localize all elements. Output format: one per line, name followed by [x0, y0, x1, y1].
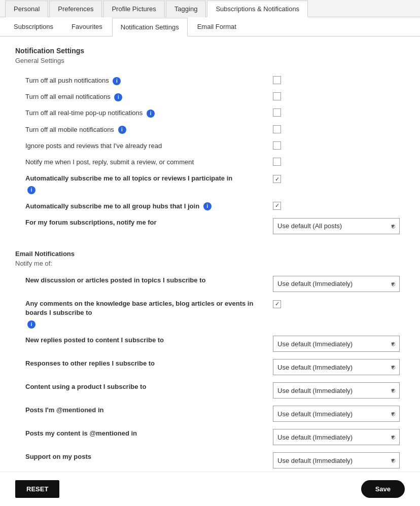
select-support-posts[interactable]: Use default (Immediately) Immediately Da…	[273, 452, 400, 468]
row-mobile: Turn off all mobile notifications i	[15, 122, 405, 138]
select-posts-mentioned[interactable]: Use default (Immediately) Immediately Da…	[273, 406, 400, 422]
select-new-replies[interactable]: Use default (Immediately) Immediately Da…	[273, 336, 400, 352]
sub-tab-favourites[interactable]: Favourites	[63, 17, 111, 36]
label-responses: Responses to other replies I subscribe t…	[25, 359, 155, 367]
select-wrapper-new-discussions: Use default (Immediately) Immediately Da…	[273, 276, 400, 292]
row-ignore: Ignore posts and reviews that I've alrea…	[15, 138, 405, 154]
sub-tab-email-format[interactable]: Email Format	[189, 17, 245, 36]
select-wrapper-content-product: Use default (Immediately) Immediately Da…	[273, 382, 400, 399]
row-comments-knowledge: Any comments on the knowledge base artic…	[15, 296, 405, 333]
label-new-replies: New replies posted to content I subscrib…	[25, 336, 164, 344]
tab-preferences[interactable]: Preferences	[49, 1, 102, 17]
tab-profile-pictures[interactable]: Profile Pictures	[103, 1, 164, 17]
row-new-discussions: New discussion or articles posted in top…	[15, 272, 405, 296]
info-icon-mobile[interactable]: i	[118, 126, 126, 134]
row-push: Turn off all push notifications i	[15, 73, 405, 89]
checkbox-comments-knowledge[interactable]	[273, 300, 281, 308]
select-wrapper-responses: Use default (Immediately) Immediately Da…	[273, 359, 400, 375]
row-email: Turn off all email notifications i	[15, 89, 405, 105]
label-push: Turn off all push notifications	[25, 77, 109, 84]
select-content-mentioned[interactable]: Use default (Immediately) Immediately Da…	[273, 429, 400, 445]
main-content: Notification Settings General Settings T…	[0, 37, 420, 506]
select-wrapper-posts-mentioned: Use default (Immediately) Immediately Da…	[273, 406, 400, 422]
info-icon-auto-sub-topics[interactable]: i	[27, 186, 36, 194]
label-email: Turn off all email notifications	[25, 93, 111, 100]
info-icon-auto-sub-hubs[interactable]: i	[203, 202, 212, 210]
row-new-replies: New replies posted to content I subscrib…	[15, 332, 405, 355]
select-responses[interactable]: Use default (Immediately) Immediately Da…	[273, 359, 400, 375]
select-wrapper-new-replies: Use default (Immediately) Immediately Da…	[273, 336, 400, 352]
label-notify-post: Notify me when I post, reply, submit a r…	[25, 158, 194, 166]
general-settings-group: Turn off all push notifications i Turn o…	[15, 73, 405, 238]
label-popup: Turn off all real-time pop-up notificati…	[25, 109, 143, 117]
row-support-posts: Support on my posts Use default (Immedia…	[15, 449, 405, 472]
page-title: Notification Settings	[15, 47, 405, 55]
row-popup: Turn off all real-time pop-up notificati…	[15, 105, 405, 121]
label-forum-notify: For my forum subscriptions, notify me fo…	[25, 219, 157, 226]
select-wrapper-forum: Use default (All posts) All posts First …	[273, 218, 400, 234]
checkbox-email[interactable]	[273, 92, 281, 100]
label-posts-mentioned: Posts I'm @mentioned in	[25, 406, 103, 414]
info-icon-popup[interactable]: i	[147, 110, 155, 118]
select-wrapper-content-mentioned: Use default (Immediately) Immediately Da…	[273, 429, 400, 445]
label-auto-sub-hubs: Automatically subscribe me to all group …	[25, 202, 199, 210]
row-responses: Responses to other replies I subscribe t…	[15, 355, 405, 379]
row-auto-sub-topics: Automatically subscribe me to all topics…	[15, 170, 405, 198]
checkbox-ignore[interactable]	[273, 141, 281, 150]
checkbox-popup[interactable]	[273, 109, 281, 117]
label-comments-knowledge: Any comments on the knowledge base artic…	[25, 300, 253, 316]
checkbox-auto-sub-hubs[interactable]	[273, 202, 281, 210]
label-mobile: Turn off all mobile notifications	[25, 126, 114, 133]
checkbox-push[interactable]	[273, 76, 281, 84]
reset-button[interactable]: RESET	[15, 480, 59, 498]
row-content-mentioned: Posts my content is @mentioned in Use de…	[15, 425, 405, 449]
save-button[interactable]: Save	[361, 480, 405, 498]
select-forum-notify[interactable]: Use default (All posts) All posts First …	[273, 218, 400, 234]
row-forum-notify: For my forum subscriptions, notify me fo…	[15, 214, 405, 238]
tab-subscriptions-notifications[interactable]: Subscriptions & Notifications	[207, 1, 308, 17]
label-auto-sub-topics: Automatically subscribe me to all topics…	[25, 174, 232, 182]
notify-of-label: Notify me of:	[15, 260, 405, 267]
row-posts-mentioned: Posts I'm @mentioned in Use default (Imm…	[15, 402, 405, 425]
checkbox-auto-sub-topics[interactable]	[273, 175, 281, 183]
select-content-product[interactable]: Use default (Immediately) Immediately Da…	[273, 382, 400, 399]
general-settings-subtitle: General Settings	[15, 57, 405, 64]
row-notify-post: Notify me when I post, reply, submit a r…	[15, 154, 405, 170]
sub-tab-notification-settings[interactable]: Notification Settings	[112, 18, 188, 37]
top-tabs-bar: Personal Preferences Profile Pictures Ta…	[0, 0, 420, 17]
select-new-discussions[interactable]: Use default (Immediately) Immediately Da…	[273, 276, 400, 292]
label-support-posts: Support on my posts	[25, 453, 91, 460]
checkbox-mobile[interactable]	[273, 125, 281, 133]
checkbox-notify-post[interactable]	[273, 158, 281, 166]
email-settings-group: New discussion or articles posted in top…	[15, 272, 405, 506]
label-content-mentioned: Posts my content is @mentioned in	[25, 429, 137, 437]
label-content-product: Content using a product I subscribe to	[25, 383, 146, 390]
sub-tab-subscriptions[interactable]: Subscriptions	[5, 17, 62, 36]
email-section-label: Email Notifications	[15, 250, 405, 258]
info-icon-email[interactable]: i	[114, 93, 122, 101]
row-auto-sub-hubs: Automatically subscribe me to all group …	[15, 198, 405, 214]
row-content-product: Content using a product I subscribe to U…	[15, 379, 405, 402]
sub-tabs-bar: Subscriptions Favourites Notification Se…	[0, 17, 420, 37]
bottom-bar: RESET Save	[0, 472, 420, 506]
tab-tagging[interactable]: Tagging	[166, 1, 206, 17]
label-ignore: Ignore posts and reviews that I've alrea…	[25, 142, 162, 150]
info-icon-comments-knowledge[interactable]: i	[27, 320, 36, 329]
tab-personal[interactable]: Personal	[5, 1, 48, 17]
info-icon-push[interactable]: i	[113, 77, 121, 85]
select-wrapper-support-posts: Use default (Immediately) Immediately Da…	[273, 452, 400, 468]
label-new-discussions: New discussion or articles posted in top…	[25, 276, 205, 284]
